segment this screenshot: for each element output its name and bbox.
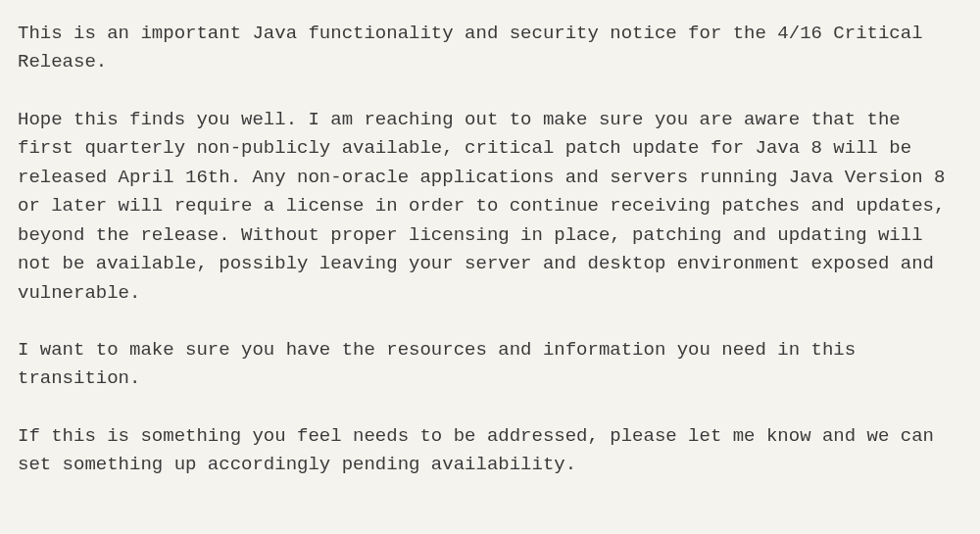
paragraph-closing: If this is something you feel needs to b… [18,422,962,480]
paragraph-resources: I want to make sure you have the resourc… [18,336,962,394]
email-body: This is an important Java functionality … [18,20,962,480]
paragraph-main: Hope this finds you well. I am reaching … [18,106,962,308]
paragraph-intro: This is an important Java functionality … [18,20,962,77]
